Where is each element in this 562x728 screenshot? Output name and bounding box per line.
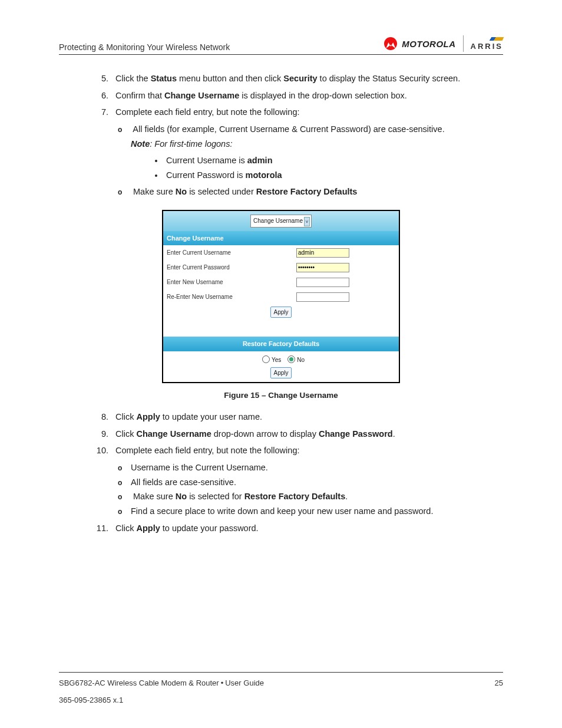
figure-15: Change Usernamev Change Username Enter C… xyxy=(59,210,503,403)
row-current-password: Enter Current Password xyxy=(163,260,399,275)
new-username-input[interactable] xyxy=(296,278,349,287)
section-title: Protecting & Monitoring Your Wireless Ne… xyxy=(59,42,230,52)
brand-logos: MOTOROLA ARRIS xyxy=(384,35,503,52)
default-username: Current Username is admin xyxy=(164,153,503,168)
motorola-wordmark: MOTOROLA xyxy=(402,39,455,49)
step-5: Click the Status menu button and then cl… xyxy=(111,71,503,86)
chevron-down-icon: v xyxy=(304,217,310,226)
apply-button-1[interactable]: Apply xyxy=(270,307,291,318)
step-10: Complete each field entry, but note the … xyxy=(111,443,503,518)
change-username-dropdown[interactable]: Change Usernamev xyxy=(250,215,312,228)
row-reenter-username: Re-Enter New Username xyxy=(163,289,399,304)
step-7-note-1: All fields (for example, Current Usernam… xyxy=(131,122,503,183)
radio-yes[interactable] xyxy=(262,355,270,363)
step-7-note-2: Make sure No is selected under Restore F… xyxy=(131,185,503,199)
step-7-bullets: Current Username is admin Current Passwo… xyxy=(131,153,503,182)
restore-defaults-radios: Yes No xyxy=(163,351,399,366)
row-new-username: Enter New Username xyxy=(163,275,399,289)
current-username-input[interactable] xyxy=(296,248,349,258)
section-header-change-username: Change Username xyxy=(163,231,399,246)
default-password: Current Password is motorola xyxy=(164,168,503,183)
apply-button-2[interactable]: Apply xyxy=(270,367,291,378)
section-header-restore-defaults: Restore Factory Defaults xyxy=(163,337,399,351)
current-password-input[interactable] xyxy=(296,263,349,272)
step-10-o1: Username is the Current Username. xyxy=(131,460,503,475)
step-6: Confirm that Change Username is displaye… xyxy=(111,88,503,103)
footer-doc-title: SBG6782-AC Wireless Cable Modem & Router… xyxy=(59,678,264,687)
divider xyxy=(463,35,464,52)
page-header: Protecting & Monitoring Your Wireless Ne… xyxy=(59,35,503,55)
page-footer: SBG6782-AC Wireless Cable Modem & Router… xyxy=(59,672,503,704)
screenshot-change-username: Change Usernamev Change Username Enter C… xyxy=(162,210,400,383)
step-8: Click Apply to update your user name. xyxy=(111,410,503,424)
arris-wordmark: ARRIS xyxy=(471,37,503,51)
reenter-username-input[interactable] xyxy=(296,292,349,302)
step-10-o4: Find a secure place to write down and ke… xyxy=(131,504,503,519)
apply-row-2: Apply xyxy=(163,366,399,382)
instruction-list-cont: Click Apply to update your user name. Cl… xyxy=(59,410,503,535)
motorola-icon xyxy=(384,37,397,50)
body-content: Click the Status menu button and then cl… xyxy=(59,71,503,535)
figure-caption: Figure 15 – Change Username xyxy=(224,389,338,403)
row-current-username: Enter Current Username xyxy=(163,245,399,260)
step-7: Complete each field entry, but note the … xyxy=(111,105,503,199)
step-9: Click Change Username drop-down arrow to… xyxy=(111,427,503,442)
step-10-sublist: Username is the Current Username. All fi… xyxy=(115,460,503,519)
instruction-list: Click the Status menu button and then cl… xyxy=(59,71,503,199)
document-number: 365-095-23865 x.1 xyxy=(59,696,503,704)
radio-no[interactable] xyxy=(287,355,295,363)
dropdown-row: Change Usernamev xyxy=(163,211,399,231)
step-10-o3: Make sure No is selected for Restore Fac… xyxy=(131,489,503,504)
apply-row-1: Apply xyxy=(163,304,399,324)
step-11: Click Apply to update your password. xyxy=(111,521,503,536)
step-10-o2: All fields are case-sensitive. xyxy=(131,475,503,490)
page-number: 25 xyxy=(495,678,503,687)
step-7-sublist: All fields (for example, Current Usernam… xyxy=(115,122,503,199)
